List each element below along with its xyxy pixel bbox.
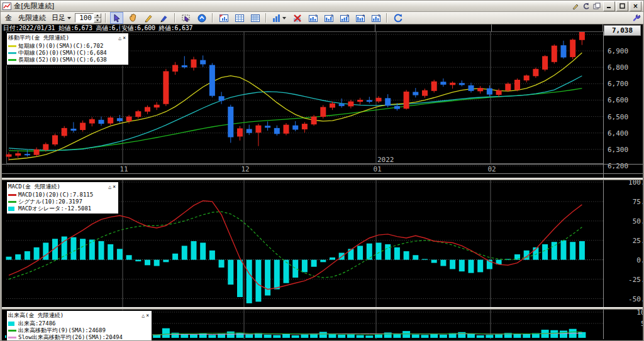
svg-text:6,500: 6,500 — [608, 113, 628, 121]
svg-text:100000: 100000 — [636, 310, 643, 317]
chart-window-icon[interactable] — [217, 12, 230, 24]
timeframe-dropdown[interactable]: 日足 — [50, 13, 72, 23]
volume-slow-ma-swatch — [8, 337, 16, 338]
legend-collapse-icon[interactable]: △ — [141, 313, 145, 318]
layout-4-icon[interactable]: 4 — [353, 12, 367, 24]
timeframe-label: 日足 — [52, 13, 65, 23]
layout-5-icon[interactable]: 5 — [369, 12, 382, 24]
spinner-up-button[interactable] — [94, 13, 101, 18]
svg-text:6,400: 6,400 — [608, 129, 628, 138]
close-button[interactable]: × — [630, 1, 641, 11]
chart-area: 日付:2022/01/31 始値:6,673 高値:6,678 安値:6,600… — [1, 24, 643, 341]
ma-legend[interactable]: 移動平均(金 先限連続) △ × 短期線(9)(0)(SMA)(C):6,702… — [6, 33, 129, 65]
ma-mid-label: 中期線(26)(0)(SMA)(C):6,684 — [18, 50, 107, 57]
layout-2-icon[interactable]: 2 — [322, 12, 335, 24]
ma-long-label: 長期線(52)(0)(SMA)(C):6,638 — [18, 57, 107, 63]
macd-osc-swatch — [8, 207, 14, 211]
pencil-tool-icon[interactable] — [142, 12, 155, 24]
down-arrow-icon — [96, 19, 99, 21]
instrument-label: 金 — [3, 13, 14, 23]
close-icon: × — [633, 3, 638, 9]
maximize-button[interactable] — [616, 1, 628, 11]
svg-text:6,700: 6,700 — [608, 80, 628, 88]
svg-text:6,600: 6,600 — [608, 96, 628, 104]
info-cell-empty — [492, 24, 603, 31]
svg-text:100.0000: 100.0000 — [628, 180, 643, 187]
bars-count-spinner[interactable]: 100 — [75, 13, 101, 23]
minimize-button[interactable] — [603, 1, 615, 11]
grid-large-icon[interactable] — [248, 12, 262, 24]
toolbar-separator — [386, 13, 387, 23]
delete-chart-icon[interactable] — [291, 12, 304, 24]
layout-1-icon[interactable]: 1 — [306, 12, 319, 24]
ohlc-info-bar: 日付:2022/01/31 始値:6,673 高値:6,678 安値:6,600… — [2, 24, 643, 31]
macd-panel[interactable]: 100.000075.000050.000025.00000.0000-25.0… — [2, 180, 643, 307]
legend-close-icon[interactable]: × — [112, 185, 116, 190]
signal-line-swatch — [8, 201, 16, 203]
toolbar-separator — [105, 13, 106, 23]
edit-icon[interactable] — [570, 2, 580, 11]
svg-text:12: 12 — [241, 165, 249, 173]
volume-label: 出来高:27486 — [18, 320, 56, 327]
svg-text:50000: 50000 — [641, 320, 643, 328]
svg-text:-50.0000: -50.0000 — [628, 295, 643, 303]
app-icon — [3, 3, 11, 10]
main-toolbar: 金 先限連続 日足 100 — [1, 12, 643, 24]
macd-osc-label: MACDオシレータ:-12.5081 — [18, 205, 91, 212]
volume-panel[interactable]: 100000500000 出来高(金 先限連続) △ × 出来高:27486 出… — [2, 310, 643, 339]
svg-text:01: 01 — [373, 165, 381, 173]
volume-legend[interactable]: 出来高(金 先限連続) △ × 出来高:27486 出来高移動平均(9)(SMA… — [6, 310, 152, 341]
zoom-circle-icon[interactable] — [195, 12, 208, 24]
pin-icon[interactable] — [581, 2, 591, 11]
svg-text:02: 02 — [487, 165, 496, 173]
ma-mid-swatch — [8, 52, 16, 54]
svg-text:75.0000: 75.0000 — [633, 198, 643, 206]
chart-type-dropdown-icon[interactable] — [270, 12, 288, 24]
layout-3-icon[interactable]: 3 — [338, 12, 351, 24]
info-cell-empty — [375, 24, 492, 31]
svg-text:50.0000: 50.0000 — [633, 217, 643, 225]
macd-legend-title: MACD(金 先限連続) — [8, 183, 108, 191]
ma-short-swatch — [8, 45, 16, 47]
volume-swatch — [8, 322, 14, 326]
window-title: 金[先限連続] — [14, 1, 55, 11]
svg-text:11: 11 — [119, 165, 128, 173]
legend-close-icon[interactable]: × — [122, 36, 126, 41]
new-window-icon[interactable] — [592, 2, 602, 11]
svg-text:2022: 2022 — [377, 156, 394, 164]
marker-tool-icon[interactable] — [157, 12, 170, 24]
ma-short-label: 短期線(9)(0)(SMA)(C):6,702 — [18, 43, 103, 50]
ma-long-swatch — [8, 59, 16, 61]
spinner-down-button[interactable] — [94, 18, 101, 23]
legend-collapse-icon[interactable]: △ — [108, 185, 112, 190]
svg-text:6,900: 6,900 — [608, 47, 628, 55]
grid-small-icon[interactable] — [233, 12, 246, 24]
legend-collapse-icon[interactable]: △ — [118, 36, 122, 41]
signal-line-label: シグナル(10):20.3197 — [18, 198, 82, 205]
volume-ma-swatch — [8, 330, 16, 332]
legend-close-icon[interactable]: × — [145, 313, 150, 318]
hand-tool-icon[interactable] — [126, 12, 139, 24]
bars-count-value[interactable]: 100 — [75, 13, 94, 23]
volume-ma-label: 出来高移動平均(9)(SMA):24689 — [18, 327, 106, 334]
up-arrow-icon — [96, 14, 99, 16]
svg-text:0.0000: 0.0000 — [636, 256, 643, 264]
refresh-icon[interactable] — [391, 12, 404, 24]
macd-line-swatch — [8, 194, 16, 196]
wrench-icon[interactable] — [632, 13, 641, 24]
svg-text:6,200: 6,200 — [608, 162, 628, 170]
ohlc-info-left: 日付:2022/01/31 始値:6,673 高値:6,678 — [2, 24, 120, 31]
toolbar-separator — [174, 13, 175, 23]
app-window: 金[先限連続] × 金 先限連続 日足 100 — [0, 0, 644, 341]
region-select-icon[interactable] — [179, 12, 192, 24]
main-chart-panel[interactable]: 6,9006,8006,7006,6006,5006,4006,3006,200… — [2, 31, 643, 178]
macd-line-label: MACD(10)(20)(C):7.8115 — [18, 192, 93, 198]
svg-text:6,800: 6,800 — [608, 63, 628, 72]
ohlc-info-mid: 安値:6,600 終値:6,637 — [120, 24, 375, 31]
title-bar: 金[先限連続] × — [1, 1, 643, 12]
toolbar-separator — [265, 13, 267, 23]
select-cursor-icon[interactable] — [110, 12, 123, 24]
macd-legend[interactable]: MACD(金 先限連続) △ × MACD(10)(20)(C):7.8115 … — [6, 181, 119, 214]
svg-text:25.0000: 25.0000 — [633, 237, 643, 245]
volume-slow-ma-label: Slow出来高移動平均(26)(SMA):20494 — [18, 334, 123, 341]
